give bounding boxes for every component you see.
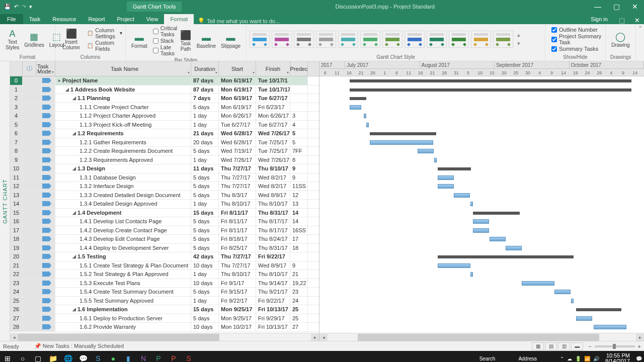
gantt-hscroll[interactable]: ◂▸ [319, 333, 644, 341]
address-tray[interactable]: Address [518, 356, 537, 361]
gantt-task-bar[interactable] [438, 263, 470, 268]
column-settings-button[interactable]: 📋 Column Settings ▾ [87, 27, 122, 39]
slack-checkbox[interactable]: Slack [153, 38, 178, 44]
tray-wifi-icon[interactable]: 📶 [584, 356, 590, 361]
style-swatch[interactable] [272, 31, 292, 48]
insert-column-button[interactable]: ⬛Insert Column [58, 27, 84, 51]
save-icon[interactable]: 💾 [4, 4, 11, 10]
col-header-info[interactable]: ⓘ [23, 61, 36, 76]
gantt-task-bar[interactable] [418, 149, 434, 153]
table-row[interactable]: 4 1.1.2 Project Charter Approved 1 day M… [10, 112, 319, 121]
gantt-summary-bar[interactable] [576, 308, 621, 311]
outline-number-checkbox[interactable]: Outline Number [551, 27, 602, 33]
col-header-task-mode[interactable]: Task Mode▾ [36, 61, 55, 76]
view-shortcut-4[interactable]: ▬ [571, 342, 583, 350]
style-swatch[interactable] [338, 31, 358, 48]
onenote-icon[interactable]: N [136, 351, 151, 362]
style-swatch[interactable] [316, 31, 336, 48]
style-swatch[interactable] [449, 31, 469, 48]
gantt-task-bar[interactable] [438, 184, 454, 189]
table-row[interactable]: 10 ◢1.3 Design 11 days Thu 7/27/17 Thu 8… [10, 164, 319, 173]
table-row[interactable]: 16 1.4.1 Develop List Contacts Page 5 da… [10, 217, 319, 226]
table-row[interactable]: 25 1.5.5 Test Summary Approved 1 day Fri… [10, 297, 319, 306]
style-swatch[interactable] [471, 31, 491, 48]
table-row[interactable]: 14 1.3.4 Detailed Design Approved 1 day … [10, 200, 319, 209]
tray-volume-icon[interactable]: 🔊 [593, 356, 599, 361]
gantt-summary-bar[interactable] [438, 167, 471, 170]
critical-tasks-checkbox[interactable]: Critical Tasks [153, 25, 178, 37]
undo-icon[interactable]: ↶ [14, 4, 19, 10]
skype-icon[interactable]: S [91, 351, 106, 362]
gantt-task-bar[interactable] [454, 193, 470, 198]
table-row[interactable]: 6 ◢1.2 Requirements 21 days Wed 6/28/17 … [10, 129, 319, 138]
style-swatch[interactable] [493, 31, 513, 48]
whatsapp-icon[interactable]: 💬 [75, 351, 91, 362]
baseline-button[interactable]: ▬Baseline [194, 32, 218, 50]
chrome-icon[interactable]: 🌐 [60, 351, 75, 362]
table-row[interactable]: 17 1.4.2 Develop Create Contact Page 5 d… [10, 226, 319, 235]
table-row[interactable]: 26 ◢1.6 Implementation 15 days Mon 9/25/… [10, 305, 319, 314]
table-row[interactable]: 27 1.6.1 Deploy to Production Server 5 d… [10, 314, 319, 323]
sign-in-link[interactable]: Sign in [584, 14, 615, 24]
project-summary-checkbox[interactable]: Project Summary Task [551, 33, 602, 45]
table-row[interactable]: 15 ◢1.4 Development 15 days Fri 8/11/17 … [10, 209, 319, 218]
style-swatch[interactable] [294, 31, 314, 48]
table-row[interactable]: 13 1.3.3 Created Detailed Design Documen… [10, 191, 319, 200]
project-icon[interactable]: P [151, 351, 166, 362]
gantt-task-bar[interactable] [366, 123, 369, 127]
table-row[interactable]: 21 1.5.1 Create Test Strategy & Plan Doc… [10, 261, 319, 270]
vscode-icon[interactable]: ▮ [121, 351, 136, 362]
gantt-task-bar[interactable] [554, 290, 571, 294]
tab-project[interactable]: Project [111, 14, 140, 24]
table-row[interactable]: 20 ◢1.5 Testing 42 days Thu 7/27/17 Fri … [10, 252, 319, 261]
tab-task[interactable]: Task [23, 14, 47, 24]
tray-battery-icon[interactable]: 🔋 [575, 356, 581, 361]
table-row[interactable]: 1 ◢1 Address Book Website 87 days Mon 6/… [10, 85, 319, 95]
col-header-task-name[interactable]: Task Name▾ [55, 61, 191, 76]
close-icon[interactable]: ✕ [626, 1, 644, 12]
style-swatch[interactable] [382, 31, 403, 48]
minimize-icon[interactable]: — [588, 1, 607, 12]
gantt-task-bar[interactable] [434, 158, 437, 162]
table-row[interactable]: 11 1.3.1 Database Design 5 days Thu 7/27… [10, 173, 319, 183]
zoom-slider[interactable]: −+ [588, 343, 641, 349]
view-shortcut-3[interactable]: ▥ [558, 342, 570, 350]
gantt-summary-bar[interactable] [370, 132, 436, 135]
gantt-summary-bar[interactable] [473, 212, 520, 215]
gantt-task-bar[interactable] [506, 246, 522, 250]
gridlines-button[interactable]: ▦Gridlines [22, 30, 46, 49]
gantt-summary-bar[interactable] [350, 97, 366, 100]
gantt-summary-bar[interactable] [438, 255, 574, 258]
style-swatch[interactable] [250, 31, 270, 48]
summary-tasks-checkbox[interactable]: Summary Tasks [551, 46, 602, 52]
customize-qa-icon[interactable]: ▾ [29, 4, 32, 10]
snip-icon[interactable]: S [181, 351, 196, 362]
explorer-icon[interactable]: 📁 [45, 351, 60, 362]
col-header-duration[interactable]: Duration▾ [191, 61, 219, 76]
tray-onedrive-icon[interactable]: ☁ [567, 356, 572, 361]
gantt-summary-bar[interactable] [350, 88, 631, 92]
tell-me-search[interactable]: 💡Tell me what you want to do... [198, 18, 280, 24]
tab-format[interactable]: Format [164, 14, 194, 24]
tray-clock[interactable]: 10:55 PM8/14/2017 [602, 353, 633, 362]
gantt-task-bar[interactable] [470, 202, 473, 206]
tray-notifications-icon[interactable]: 💬 [636, 356, 642, 361]
gantt-chart[interactable]: 2017July 2017August 2017September 2017Oc… [319, 61, 644, 341]
gantt-task-bar[interactable] [370, 140, 433, 145]
gantt-summary-bar[interactable] [350, 79, 631, 82]
table-row[interactable]: 28 1.6.2 Provide Warranty 10 days Mon 10… [10, 323, 319, 332]
format-dropdown-button[interactable]: ▬Format [129, 32, 150, 50]
table-row[interactable]: 19 1.4.4 Deploy to Development Server 5 … [10, 244, 319, 253]
table-row[interactable]: 8 1.2.2 Create Requirements Document 5 d… [10, 147, 319, 156]
status-new-tasks[interactable]: 📌 New Tasks : Manually Scheduled [34, 343, 124, 349]
table-row[interactable]: 5 1.1.3 Project Kick-off Meeting 1 day T… [10, 121, 319, 130]
slippage-button[interactable]: ▬Slippage [218, 32, 243, 50]
gantt-task-bar[interactable] [473, 228, 489, 233]
gantt-task-bar[interactable] [473, 219, 489, 224]
search-tray[interactable]: Search [479, 356, 496, 361]
tab-view[interactable]: View [140, 14, 165, 24]
table-row[interactable]: 7 1.2.1 Gather Requirements 20 days Wed … [10, 138, 319, 147]
gantt-task-bar[interactable] [470, 272, 473, 277]
gantt-task-bar[interactable] [490, 237, 506, 241]
tab-report[interactable]: Report [82, 14, 111, 24]
